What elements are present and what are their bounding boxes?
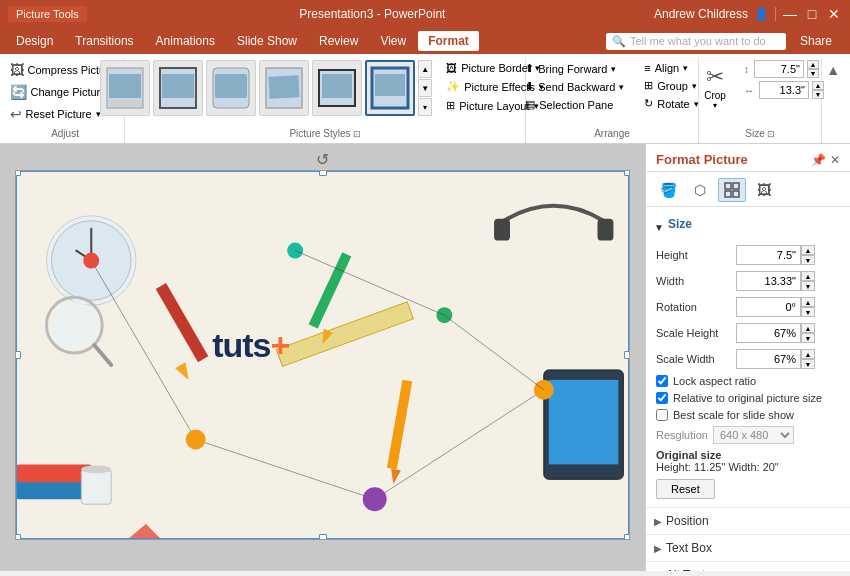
width-down[interactable]: ▼ <box>812 90 824 99</box>
textbox-section-header[interactable]: ▶ Text Box <box>646 534 850 561</box>
position-section-header[interactable]: ▶ Position <box>646 507 850 534</box>
ribbon-collapse-button[interactable]: ▲ <box>822 58 844 82</box>
svg-rect-12 <box>375 74 405 96</box>
reset-icon: ↩ <box>10 106 22 122</box>
panel-scale-width-input[interactable] <box>736 349 801 369</box>
selection-icon: ▤ <box>525 98 535 111</box>
svg-rect-54 <box>733 183 739 189</box>
best-scale-checkbox-row[interactable]: Best scale for slide show <box>656 409 840 421</box>
panel-scale-height-input[interactable] <box>736 323 801 343</box>
width-input[interactable] <box>759 81 809 99</box>
menu-slideshow[interactable]: Slide Show <box>227 31 307 51</box>
alttext-section-header[interactable]: ▶ Alt Text <box>646 561 850 571</box>
main-area: ↺ <box>0 144 850 571</box>
menu-bar: Design Transitions Animations Slide Show… <box>0 28 850 54</box>
width-up[interactable]: ▲ <box>812 81 824 90</box>
scale-height-spin-up[interactable]: ▲ <box>801 323 815 333</box>
minimize-button[interactable]: — <box>782 6 798 22</box>
style-thumb-3[interactable] <box>206 60 256 116</box>
scale-width-spin-down[interactable]: ▼ <box>801 359 815 369</box>
refresh-button[interactable]: ↺ <box>316 150 329 169</box>
height-input[interactable] <box>754 60 804 78</box>
best-scale-checkbox[interactable] <box>656 409 668 421</box>
panel-height-input[interactable] <box>736 245 801 265</box>
menu-view[interactable]: View <box>370 31 416 51</box>
relative-original-checkbox-row[interactable]: Relative to original picture size <box>656 392 840 404</box>
height-spinner: ▲ ▼ <box>801 245 815 265</box>
scale-height-spin-down[interactable]: ▼ <box>801 333 815 343</box>
change-label: Change Picture <box>31 86 107 98</box>
lock-aspect-checkbox-row[interactable]: Lock aspect ratio <box>656 375 840 387</box>
panel-pin-button[interactable]: 📌 <box>811 153 826 167</box>
panel-rotation-input[interactable] <box>736 297 801 317</box>
menu-review[interactable]: Review <box>309 31 368 51</box>
height-up[interactable]: ▲ <box>807 60 819 69</box>
style-scroll-arrows: ▲ ▼ ▾ <box>418 60 432 116</box>
search-box[interactable]: 🔍 Tell me what you want to do <box>606 33 786 50</box>
svg-point-40 <box>81 465 111 473</box>
size-expand[interactable]: ⊡ <box>767 129 775 139</box>
relative-original-checkbox[interactable] <box>656 392 668 404</box>
rotation-spin-down[interactable]: ▼ <box>801 307 815 317</box>
size-width-row: ↔ ▲ ▼ <box>744 81 824 99</box>
group-icon: ⊞ <box>644 79 653 92</box>
share-button[interactable]: Share <box>788 31 844 51</box>
send-backward-button[interactable]: ⬇ Send Backward ▾ <box>519 78 630 95</box>
style-thumb-1[interactable] <box>100 60 150 116</box>
panel-width-input[interactable] <box>736 271 801 291</box>
panel-reset-button[interactable]: Reset <box>656 479 715 499</box>
panel-icon-fill[interactable]: 🪣 <box>654 178 682 202</box>
style-thumb-4[interactable] <box>259 60 309 116</box>
menu-transitions[interactable]: Transitions <box>65 31 143 51</box>
width-icon: ↔ <box>744 85 754 96</box>
menu-design[interactable]: Design <box>6 31 63 51</box>
style-thumb-5[interactable] <box>312 60 362 116</box>
resolution-select[interactable]: 640 x 480 800 x 600 1024 x 768 <box>713 426 794 444</box>
rotation-label: Rotation <box>656 301 736 313</box>
style-scroll-down[interactable]: ▼ <box>418 79 432 97</box>
height-down[interactable]: ▼ <box>807 69 819 78</box>
size-arrow-icon: ▼ <box>654 222 664 233</box>
align-icon: ≡ <box>644 62 650 74</box>
rotate-button[interactable]: ↻ Rotate ▾ <box>638 95 704 112</box>
align-button[interactable]: ≡ Align ▾ <box>638 60 704 76</box>
width-spin-down[interactable]: ▼ <box>801 281 815 291</box>
user-name: Andrew Childress <box>654 7 748 21</box>
panel-icon-picture[interactable]: 🖼 <box>750 178 778 202</box>
alttext-arrow-icon: ▶ <box>654 570 662 572</box>
group-button[interactable]: ⊞ Group ▾ <box>638 77 704 94</box>
lock-aspect-checkbox[interactable] <box>656 375 668 387</box>
height-spin: ▲ ▼ <box>807 60 819 78</box>
height-spin-down[interactable]: ▼ <box>801 255 815 265</box>
rotation-spinner: ▲ ▼ <box>801 297 815 317</box>
style-scroll-up[interactable]: ▲ <box>418 60 432 78</box>
panel-icon-layout[interactable] <box>718 178 746 202</box>
style-thumb-6[interactable] <box>365 60 415 116</box>
width-label: Width <box>656 275 736 287</box>
scale-width-spin-up[interactable]: ▲ <box>801 349 815 359</box>
slide-canvas[interactable]: tuts+ ↻ <box>15 170 630 540</box>
svg-rect-33 <box>598 219 614 241</box>
rotation-spin-up[interactable]: ▲ <box>801 297 815 307</box>
style-thumb-2[interactable] <box>153 60 203 116</box>
panel-icon-effects[interactable]: ⬡ <box>686 178 714 202</box>
maximize-button[interactable]: □ <box>804 6 820 22</box>
size-section-content: Height ▲ ▼ Width <box>646 241 850 503</box>
size-section-header[interactable]: ▼ Size <box>646 213 850 241</box>
rotation-input-wrap: ▲ ▼ <box>736 297 840 317</box>
textbox-section-label: Text Box <box>666 541 712 555</box>
panel-close-button[interactable]: ✕ <box>830 153 840 167</box>
menu-animations[interactable]: Animations <box>146 31 225 51</box>
height-spin-up[interactable]: ▲ <box>801 245 815 255</box>
menu-format[interactable]: Format <box>418 31 479 51</box>
selection-pane-button[interactable]: ▤ Selection Pane <box>519 96 630 113</box>
picture-styles-expand[interactable]: ⊡ <box>353 129 361 139</box>
bring-forward-button[interactable]: ⬆ Bring Forward ▾ <box>519 60 630 77</box>
width-spinner: ▲ ▼ <box>801 271 815 291</box>
close-button[interactable]: ✕ <box>826 6 842 22</box>
crop-button[interactable]: ✂ Crop ▾ <box>696 60 734 114</box>
svg-rect-38 <box>17 464 92 482</box>
style-scroll-more[interactable]: ▾ <box>418 98 432 116</box>
width-spin-up[interactable]: ▲ <box>801 271 815 281</box>
width-row: Width ▲ ▼ <box>656 271 840 291</box>
